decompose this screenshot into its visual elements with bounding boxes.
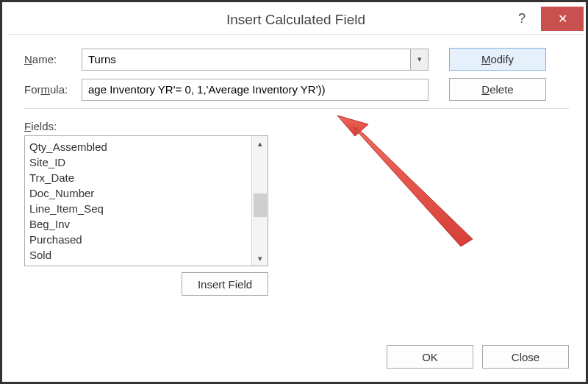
ok-button[interactable]: OK [387,345,473,369]
scroll-down-button[interactable]: ▾ [252,251,268,266]
close-icon: ✕ [558,12,567,26]
list-item[interactable]: Site_ID [29,154,247,170]
chevron-down-icon: ▾ [417,54,422,64]
dialog-title: Insert Calculated Field [8,12,584,28]
modify-button[interactable]: Modify [449,48,546,71]
scroll-up-button[interactable]: ▴ [252,136,268,151]
fields-listbox[interactable]: Qty_Assembled Site_ID Trx_Date Doc_Numbe… [24,135,268,266]
window-close-button[interactable]: ✕ [541,7,584,31]
delete-button[interactable]: Delete [449,78,546,101]
help-button[interactable]: ? [503,7,541,31]
name-combobox[interactable]: ▾ [82,49,429,71]
list-item[interactable]: Qty_Assembled [29,139,247,154]
list-item[interactable]: Beg_Inv [29,216,247,232]
divider [24,108,569,109]
chevron-up-icon: ▴ [258,139,262,149]
name-row: Name: ▾ Modify [24,48,569,71]
list-item[interactable]: Doc_Number [29,185,247,201]
chevron-down-icon: ▾ [258,254,262,263]
list-item[interactable]: Purchased [29,232,247,247]
fields-list-content: Qty_Assembled Site_ID Trx_Date Doc_Numbe… [25,136,251,266]
close-button[interactable]: Close [482,345,569,369]
formula-input[interactable] [82,79,429,101]
help-icon: ? [518,11,526,26]
formula-label: Formula: [24,83,82,96]
dialog-footer: OK Close [387,345,569,369]
formula-row: Formula: Delete [24,78,569,101]
list-item[interactable]: Sold [29,247,247,263]
insert-field-button[interactable]: Insert Field [182,272,268,296]
fields-label: Fields: [24,120,569,132]
dialog-window: Insert Calculated Field ? ✕ Name: ▾ [8,7,584,380]
insert-field-row: Insert Field [24,272,268,296]
dialog-body: Name: ▾ Modify Formula: Delete Fields: Q [8,35,584,296]
list-item[interactable]: Trx_Date [29,170,247,185]
name-dropdown-button[interactable]: ▾ [410,49,428,70]
scroll-thumb[interactable] [254,193,267,217]
name-input[interactable] [82,49,410,70]
list-item[interactable]: Line_Item_Seq [29,201,247,216]
titlebar-controls: ? ✕ [503,7,584,31]
screenshot-frame: Insert Calculated Field ? ✕ Name: ▾ [0,0,588,384]
name-label: Name: [24,53,82,65]
fields-scrollbar[interactable]: ▴ ▾ [251,136,268,266]
title-bar: Insert Calculated Field ? ✕ [8,7,584,35]
